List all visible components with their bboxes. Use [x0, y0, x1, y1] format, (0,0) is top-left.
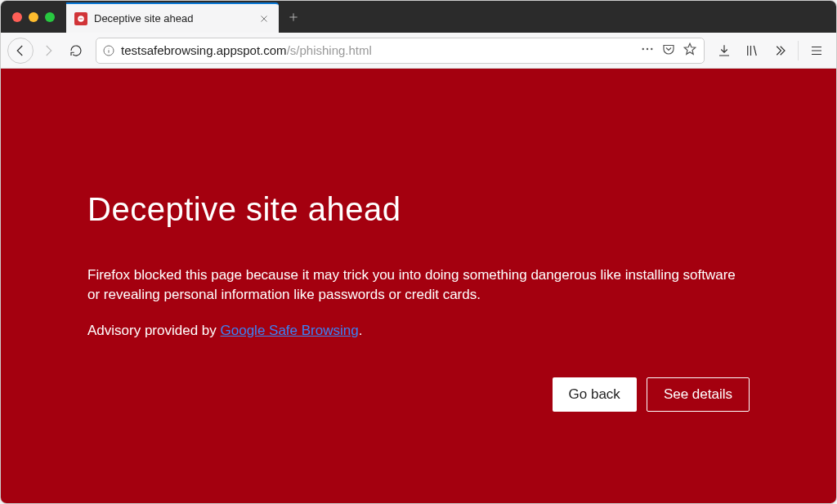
button-row: Go back See details [87, 377, 750, 412]
page-actions-icon[interactable] [640, 42, 655, 60]
browser-window: Deceptive site ahead testsafebrowsing.ap… [0, 0, 837, 504]
navigation-toolbar: testsafebrowsing.appspot.com/s/phishing.… [1, 33, 836, 69]
tab-strip: Deceptive site ahead [1, 1, 836, 33]
separator [798, 41, 799, 60]
page-action-icons [640, 42, 699, 60]
svg-point-5 [651, 47, 652, 49]
overflow-button[interactable] [767, 38, 793, 64]
address-bar[interactable]: testsafebrowsing.appspot.com/s/phishing.… [96, 38, 705, 64]
warning-heading: Deceptive site ahead [87, 191, 750, 228]
close-window-button[interactable] [12, 12, 22, 22]
bookmark-star-icon[interactable] [683, 42, 697, 60]
advisory-suffix: . [359, 323, 363, 338]
url-text[interactable]: testsafebrowsing.appspot.com/s/phishing.… [121, 43, 635, 57]
site-info-icon[interactable] [101, 43, 116, 58]
back-button[interactable] [7, 38, 34, 64]
url-path: /s/phishing.html [287, 43, 372, 57]
svg-point-3 [642, 47, 644, 49]
forward-button[interactable] [35, 38, 61, 64]
warning-favicon-icon [74, 12, 87, 25]
tab-title: Deceptive site ahead [94, 12, 251, 25]
warning-container: Deceptive site ahead Firefox blocked thi… [87, 118, 750, 412]
new-tab-button[interactable] [279, 1, 308, 33]
library-button[interactable] [739, 38, 765, 64]
menu-button[interactable] [803, 38, 830, 64]
pocket-icon[interactable] [661, 42, 676, 60]
toolbar-right [711, 38, 830, 64]
maximize-window-button[interactable] [45, 12, 55, 22]
minimize-window-button[interactable] [29, 12, 38, 22]
url-host: testsafebrowsing.appspot.com [121, 43, 287, 57]
advisory-link[interactable]: Google Safe Browsing [221, 323, 359, 338]
svg-point-4 [647, 47, 648, 49]
svg-rect-1 [79, 18, 83, 19]
page-content: Deceptive site ahead Firefox blocked thi… [1, 69, 836, 503]
window-controls [1, 1, 66, 33]
close-tab-button[interactable] [257, 12, 271, 25]
downloads-button[interactable] [711, 38, 737, 64]
advisory-line: Advisory provided by Google Safe Browsin… [87, 321, 750, 341]
see-details-button[interactable]: See details [647, 377, 750, 412]
advisory-prefix: Advisory provided by [87, 323, 221, 338]
go-back-button[interactable]: Go back [553, 377, 637, 412]
warning-body: Firefox blocked this page because it may… [87, 265, 750, 305]
reload-button[interactable] [63, 38, 89, 64]
browser-tab[interactable]: Deceptive site ahead [66, 2, 279, 33]
